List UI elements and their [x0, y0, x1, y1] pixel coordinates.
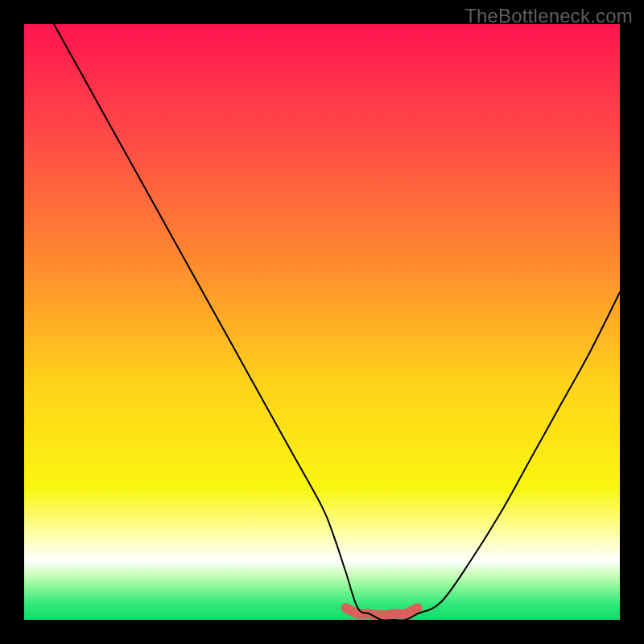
- main-curve: [54, 24, 620, 620]
- curve-layer: [24, 24, 620, 620]
- watermark-text: TheBottleneck.com: [464, 5, 633, 27]
- highlight-segment: [346, 608, 418, 615]
- chart-frame: TheBottleneck.com: [0, 0, 644, 644]
- plot-area: [24, 24, 620, 620]
